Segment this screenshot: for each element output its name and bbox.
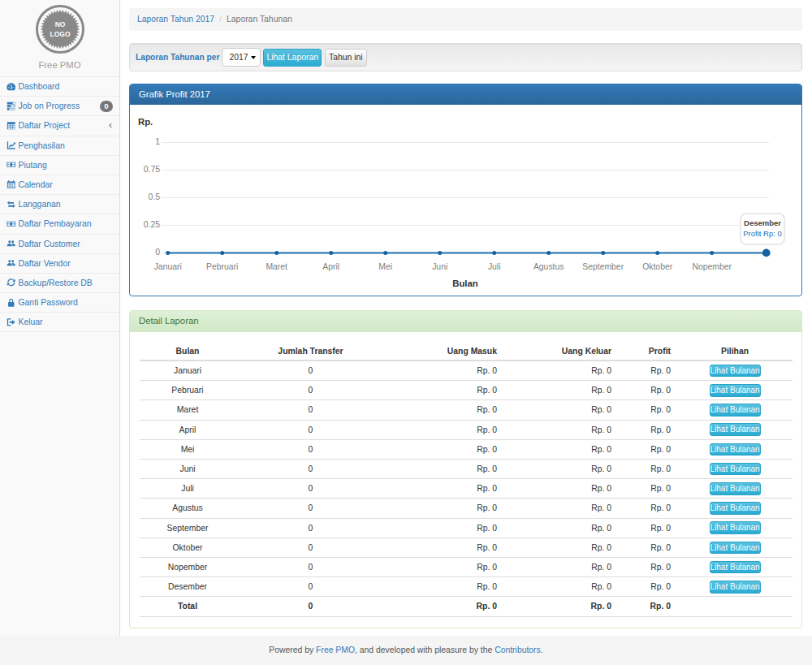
- svg-text:LOGO: LOGO: [50, 30, 70, 38]
- svg-text:NO: NO: [54, 20, 65, 28]
